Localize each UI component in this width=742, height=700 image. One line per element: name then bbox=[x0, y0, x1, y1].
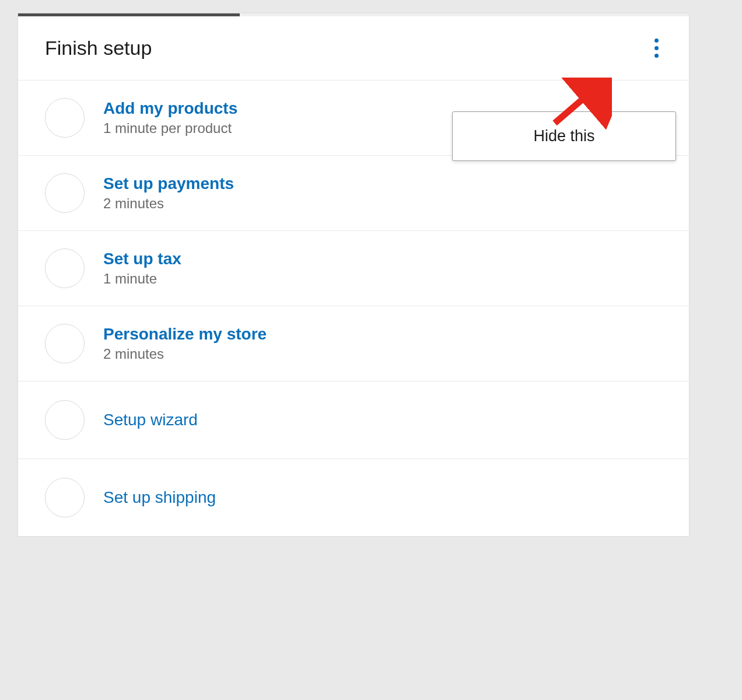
task-status-circle bbox=[45, 98, 85, 138]
task-time: 2 minutes bbox=[103, 346, 267, 362]
kebab-icon bbox=[654, 46, 659, 50]
task-text: Set up tax 1 minute bbox=[103, 250, 181, 287]
hide-this-option[interactable]: Hide this bbox=[453, 112, 676, 160]
task-setup-wizard[interactable]: Setup wizard bbox=[18, 382, 689, 459]
task-status-circle bbox=[45, 249, 85, 288]
task-status-circle bbox=[45, 478, 85, 517]
task-time: 2 minutes bbox=[103, 195, 234, 212]
task-text: Setup wizard bbox=[103, 411, 198, 429]
task-status-circle bbox=[45, 173, 85, 213]
task-time: 1 minute per product bbox=[103, 120, 237, 136]
task-text: Add my products 1 minute per product bbox=[103, 99, 237, 136]
task-title: Set up payments bbox=[103, 174, 234, 193]
task-title: Setup wizard bbox=[103, 411, 198, 429]
kebab-icon bbox=[654, 38, 659, 43]
finish-setup-panel: Finish setup Add my products 1 minute pe… bbox=[18, 13, 690, 537]
task-text: Set up shipping bbox=[103, 488, 216, 507]
task-title: Add my products bbox=[103, 99, 237, 118]
task-status-circle bbox=[45, 324, 85, 363]
task-time: 1 minute bbox=[103, 271, 181, 287]
page-title: Finish setup bbox=[45, 37, 152, 60]
task-title: Personalize my store bbox=[103, 325, 267, 344]
task-setup-tax[interactable]: Set up tax 1 minute bbox=[18, 231, 689, 306]
panel-header: Finish setup bbox=[18, 16, 689, 80]
task-title: Set up tax bbox=[103, 250, 181, 268]
task-setup-shipping[interactable]: Set up shipping bbox=[18, 459, 689, 536]
task-title: Set up shipping bbox=[103, 488, 216, 507]
task-status-circle bbox=[45, 400, 85, 440]
task-text: Personalize my store 2 minutes bbox=[103, 325, 267, 362]
task-setup-payments[interactable]: Set up payments 2 minutes bbox=[18, 156, 689, 231]
task-text: Set up payments 2 minutes bbox=[103, 174, 234, 212]
kebab-icon bbox=[654, 54, 659, 58]
options-dropdown: Hide this bbox=[452, 111, 676, 161]
task-personalize-store[interactable]: Personalize my store 2 minutes bbox=[18, 306, 689, 382]
more-options-button[interactable] bbox=[650, 34, 663, 62]
